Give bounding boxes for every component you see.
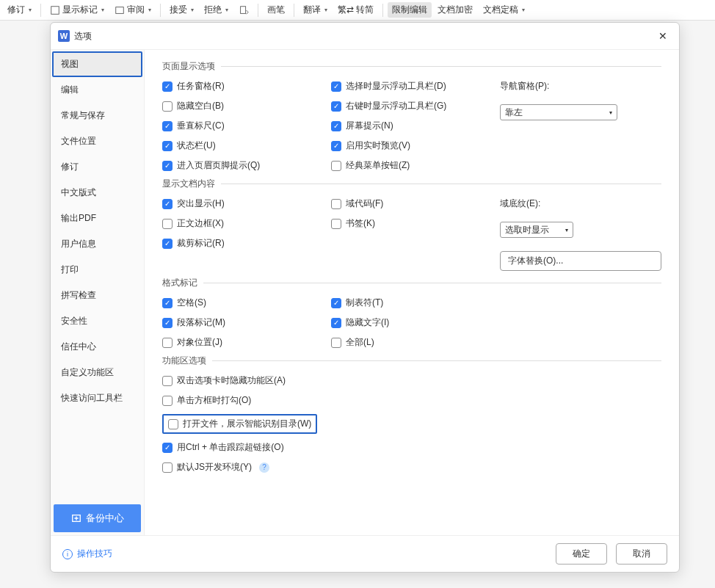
checkbox-g3c2-1[interactable]: 隐藏文字(I): [331, 316, 500, 329]
checkbox-label: 选择时显示浮动工具栏(D): [346, 80, 446, 92]
tb-review[interactable]: 审阅▾: [110, 2, 156, 18]
tb-doc-final[interactable]: 文档定稿▾: [479, 2, 529, 18]
checkbox-g3c1-1[interactable]: 段落标记(M): [162, 316, 331, 329]
sidebar-item-view[interactable]: 视图: [52, 51, 142, 77]
checkbox-label: 正文边框(X): [177, 217, 224, 230]
checkbox-g4-4[interactable]: 默认JS开发环境(Y)?: [162, 461, 661, 473]
checkbox-g4-3[interactable]: 用Ctrl + 单击跟踪超链接(O): [162, 441, 661, 454]
app-w-icon: W: [58, 30, 70, 42]
tb-next-change[interactable]: [234, 4, 253, 17]
checkbox-box: [331, 161, 341, 171]
checkbox-label: 任务窗格(R): [177, 80, 225, 92]
checkbox-g1c2-2[interactable]: 屏幕提示(N): [331, 120, 500, 132]
checkbox-g1c2-0[interactable]: 选择时显示浮动工具栏(D): [331, 80, 500, 92]
checkbox-label: 段落标记(M): [177, 316, 225, 329]
tips-link[interactable]: i 操作技巧: [62, 548, 112, 560]
dialog-footer: i 操作技巧 确定 取消: [51, 535, 679, 572]
checkbox-box: [162, 199, 173, 209]
checkbox-box: [162, 462, 173, 473]
nav-pane-value: 靠左: [505, 106, 523, 119]
tb-accept[interactable]: 接受▾: [165, 2, 198, 18]
checkbox-g3c2-2[interactable]: 全部(L): [331, 336, 500, 349]
checkbox-label: 屏幕提示(N): [346, 120, 393, 132]
checkbox-g4-0[interactable]: 双击选项卡时隐藏功能区(A): [162, 374, 661, 387]
checkbox-box: [331, 101, 341, 112]
ok-button[interactable]: 确定: [556, 543, 607, 565]
chevron-down-icon: ▾: [609, 109, 612, 116]
dialog-title: 选项: [74, 30, 92, 43]
tb-reject[interactable]: 拒绝▾: [200, 2, 233, 18]
checkbox-g3c1-2[interactable]: 对象位置(J): [162, 336, 331, 349]
options-dialog: W 选项 ✕ 视图 编辑 常规与保存 文件位置 修订 中文版式 输出PDF 用户…: [50, 22, 680, 573]
checkbox-box: [162, 318, 173, 328]
tb-revise[interactable]: 修订▾: [3, 2, 36, 18]
close-button[interactable]: ✕: [654, 27, 672, 45]
sidebar-item-customize-ribbon[interactable]: 自定义功能区: [51, 360, 144, 385]
nav-pane-label: 导航窗格(P):: [500, 80, 661, 92]
checkbox-g3c2-0[interactable]: 制表符(T): [331, 297, 500, 309]
tb-doc-encrypt[interactable]: 文档加密: [433, 2, 477, 18]
backup-center-button[interactable]: 备份中心: [54, 504, 141, 532]
checkbox-label: 域代码(F): [346, 197, 383, 210]
tb-restrict-edit[interactable]: 限制编辑: [388, 2, 432, 18]
tb-translate[interactable]: 翻译▾: [299, 2, 332, 18]
checkbox-g2c1-2[interactable]: 裁剪标记(R): [162, 237, 331, 250]
checkbox-label: 空格(S): [177, 297, 206, 309]
checkbox-label: 经典菜单按钮(Z): [346, 159, 410, 172]
checkbox-label: 默认JS开发环境(Y): [177, 461, 252, 473]
checkbox-box: [331, 298, 341, 308]
sidebar-item-export-pdf[interactable]: 输出PDF: [51, 206, 144, 231]
group-title-doc-content: 显示文档内容: [162, 178, 661, 190]
shade-select[interactable]: 选取时显示 ▾: [500, 222, 573, 238]
group-title-ribbon-opts: 功能区选项: [162, 355, 661, 367]
checkbox-g1c1-4[interactable]: 进入页眉页脚提示(Q): [162, 159, 331, 172]
checkbox-g1c1-3[interactable]: 状态栏(U): [162, 139, 331, 152]
sidebar-item-revision[interactable]: 修订: [51, 154, 144, 180]
svg-rect-0: [51, 6, 59, 14]
tb-pen[interactable]: 画笔: [263, 2, 289, 18]
sidebar-item-edit[interactable]: 编辑: [51, 77, 144, 103]
checkbox-g1c2-4[interactable]: 经典菜单按钮(Z): [331, 159, 500, 172]
sidebar-item-spellcheck[interactable]: 拼写检查: [51, 283, 144, 308]
checkbox-g3c1-0[interactable]: 空格(S): [162, 297, 331, 309]
checkbox-box: [331, 81, 341, 92]
sidebar-item-qat[interactable]: 快速访问工具栏: [51, 385, 144, 411]
sidebar-item-file-location[interactable]: 文件位置: [51, 128, 144, 154]
checkbox-g1c2-1[interactable]: 右键时显示浮动工具栏(G): [331, 100, 500, 112]
checkbox-g4-2[interactable]: 打开文件，展示智能识别目录(W): [168, 418, 311, 430]
checkbox-box: [331, 318, 341, 328]
tb-show-marks[interactable]: 显示标记▾: [46, 2, 109, 18]
checkbox-box: [162, 376, 173, 386]
nav-pane-select[interactable]: 靠左 ▾: [500, 104, 617, 120]
checkbox-g2c1-0[interactable]: 突出显示(H): [162, 197, 331, 210]
sidebar-item-user-info[interactable]: 用户信息: [51, 231, 144, 257]
checkbox-g1c1-2[interactable]: 垂直标尺(C): [162, 120, 331, 132]
sidebar-item-security[interactable]: 安全性: [51, 308, 144, 334]
cancel-button[interactable]: 取消: [616, 543, 667, 565]
sidebar-item-print[interactable]: 打印: [51, 257, 144, 283]
checkbox-box: [331, 219, 341, 229]
checkbox-label: 隐藏空白(B): [177, 100, 224, 112]
dialog-titlebar: W 选项 ✕: [51, 23, 679, 50]
checkbox-g4-1[interactable]: 单击方框时打勾(O): [162, 394, 661, 407]
checkbox-g1c2-3[interactable]: 启用实时预览(V): [331, 139, 500, 152]
sidebar-item-general-save[interactable]: 常规与保存: [51, 103, 144, 128]
tb-trad-simp[interactable]: 繁⇄ 转简: [333, 2, 378, 18]
checkbox-g2c2-0[interactable]: 域代码(F): [331, 197, 500, 210]
help-icon[interactable]: ?: [259, 462, 269, 473]
sidebar-item-trust-center[interactable]: 信任中心: [51, 334, 144, 360]
checkbox-box: [168, 419, 178, 429]
sidebar-item-chinese-layout[interactable]: 中文版式: [51, 180, 144, 206]
checkbox-box: [162, 239, 173, 249]
checkbox-g1c1-1[interactable]: 隐藏空白(B): [162, 100, 331, 112]
checkbox-box: [331, 338, 341, 348]
checkbox-g1c1-0[interactable]: 任务窗格(R): [162, 80, 331, 92]
checkbox-g2c1-1[interactable]: 正文边框(X): [162, 217, 331, 230]
checkbox-label: 裁剪标记(R): [177, 237, 225, 250]
svg-rect-1: [116, 7, 124, 13]
checkbox-g2c2-1[interactable]: 书签(K): [331, 217, 500, 230]
ribbon-toolbar: 修订▾ 显示标记▾ 审阅▾ 接受▾ 拒绝▾ 画笔 翻译▾ 繁⇄ 转简 限制编辑 …: [0, 0, 715, 21]
checkbox-label: 单击方框时打勾(O): [177, 394, 251, 407]
backup-icon: [71, 513, 81, 523]
font-substitute-button[interactable]: 字体替换(O)...: [500, 251, 661, 271]
